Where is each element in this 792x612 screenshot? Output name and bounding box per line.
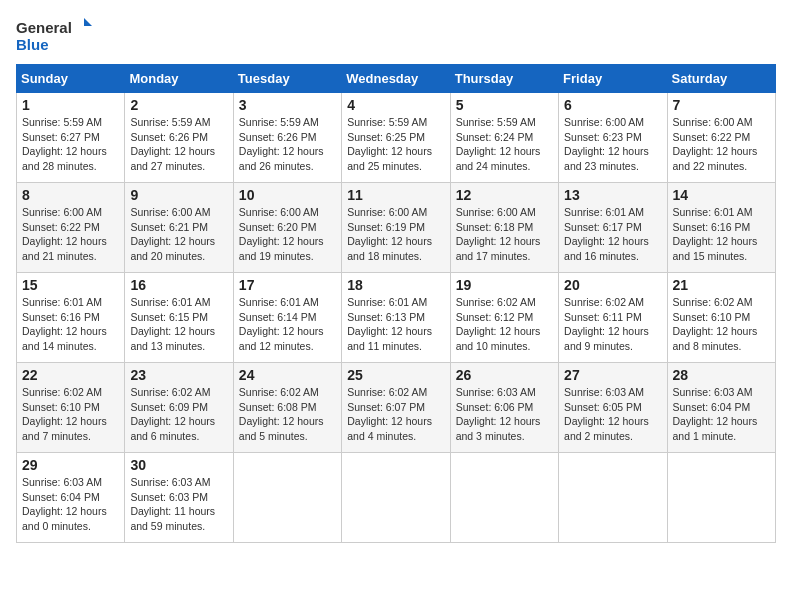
svg-marker-2 [84,18,92,26]
day-number: 30 [130,457,227,473]
day-info: Sunrise: 6:03 AM Sunset: 6:04 PM Dayligh… [22,475,119,534]
calendar-cell [233,453,341,543]
calendar-cell: 15Sunrise: 6:01 AM Sunset: 6:16 PM Dayli… [17,273,125,363]
day-number: 26 [456,367,553,383]
day-info: Sunrise: 6:02 AM Sunset: 6:11 PM Dayligh… [564,295,661,354]
day-number: 22 [22,367,119,383]
calendar-cell: 23Sunrise: 6:02 AM Sunset: 6:09 PM Dayli… [125,363,233,453]
day-info: Sunrise: 6:03 AM Sunset: 6:05 PM Dayligh… [564,385,661,444]
calendar-week-row: 1Sunrise: 5:59 AM Sunset: 6:27 PM Daylig… [17,93,776,183]
day-info: Sunrise: 6:01 AM Sunset: 6:16 PM Dayligh… [673,205,770,264]
day-info: Sunrise: 6:00 AM Sunset: 6:19 PM Dayligh… [347,205,444,264]
calendar-week-row: 15Sunrise: 6:01 AM Sunset: 6:16 PM Dayli… [17,273,776,363]
day-info: Sunrise: 6:01 AM Sunset: 6:15 PM Dayligh… [130,295,227,354]
day-info: Sunrise: 6:02 AM Sunset: 6:12 PM Dayligh… [456,295,553,354]
svg-text:Blue: Blue [16,36,49,53]
calendar-cell: 25Sunrise: 6:02 AM Sunset: 6:07 PM Dayli… [342,363,450,453]
day-number: 27 [564,367,661,383]
day-info: Sunrise: 6:01 AM Sunset: 6:17 PM Dayligh… [564,205,661,264]
day-info: Sunrise: 6:03 AM Sunset: 6:04 PM Dayligh… [673,385,770,444]
day-number: 18 [347,277,444,293]
day-info: Sunrise: 6:03 AM Sunset: 6:06 PM Dayligh… [456,385,553,444]
calendar-cell: 18Sunrise: 6:01 AM Sunset: 6:13 PM Dayli… [342,273,450,363]
day-info: Sunrise: 6:01 AM Sunset: 6:13 PM Dayligh… [347,295,444,354]
calendar-cell [342,453,450,543]
calendar-cell: 3Sunrise: 5:59 AM Sunset: 6:26 PM Daylig… [233,93,341,183]
calendar-cell: 12Sunrise: 6:00 AM Sunset: 6:18 PM Dayli… [450,183,558,273]
calendar-cell: 6Sunrise: 6:00 AM Sunset: 6:23 PM Daylig… [559,93,667,183]
day-number: 24 [239,367,336,383]
calendar-cell: 10Sunrise: 6:00 AM Sunset: 6:20 PM Dayli… [233,183,341,273]
svg-text:General: General [16,19,72,36]
day-info: Sunrise: 5:59 AM Sunset: 6:24 PM Dayligh… [456,115,553,174]
calendar-cell: 7Sunrise: 6:00 AM Sunset: 6:22 PM Daylig… [667,93,775,183]
day-number: 12 [456,187,553,203]
calendar-cell: 20Sunrise: 6:02 AM Sunset: 6:11 PM Dayli… [559,273,667,363]
calendar-cell: 22Sunrise: 6:02 AM Sunset: 6:10 PM Dayli… [17,363,125,453]
day-info: Sunrise: 6:02 AM Sunset: 6:10 PM Dayligh… [673,295,770,354]
day-number: 5 [456,97,553,113]
col-header-saturday: Saturday [667,65,775,93]
day-info: Sunrise: 5:59 AM Sunset: 6:27 PM Dayligh… [22,115,119,174]
day-number: 2 [130,97,227,113]
calendar-header-row: SundayMondayTuesdayWednesdayThursdayFrid… [17,65,776,93]
day-number: 23 [130,367,227,383]
day-info: Sunrise: 6:01 AM Sunset: 6:14 PM Dayligh… [239,295,336,354]
day-info: Sunrise: 5:59 AM Sunset: 6:26 PM Dayligh… [239,115,336,174]
day-info: Sunrise: 6:03 AM Sunset: 6:03 PM Dayligh… [130,475,227,534]
day-number: 8 [22,187,119,203]
calendar-cell: 1Sunrise: 5:59 AM Sunset: 6:27 PM Daylig… [17,93,125,183]
day-info: Sunrise: 6:00 AM Sunset: 6:21 PM Dayligh… [130,205,227,264]
logo: General Blue [16,16,96,56]
day-number: 11 [347,187,444,203]
calendar-cell: 29Sunrise: 6:03 AM Sunset: 6:04 PM Dayli… [17,453,125,543]
calendar-cell [667,453,775,543]
calendar-cell: 24Sunrise: 6:02 AM Sunset: 6:08 PM Dayli… [233,363,341,453]
day-number: 19 [456,277,553,293]
day-number: 16 [130,277,227,293]
day-info: Sunrise: 6:02 AM Sunset: 6:08 PM Dayligh… [239,385,336,444]
day-info: Sunrise: 6:02 AM Sunset: 6:09 PM Dayligh… [130,385,227,444]
day-number: 29 [22,457,119,473]
calendar-cell: 17Sunrise: 6:01 AM Sunset: 6:14 PM Dayli… [233,273,341,363]
day-info: Sunrise: 6:02 AM Sunset: 6:10 PM Dayligh… [22,385,119,444]
day-number: 21 [673,277,770,293]
calendar-cell: 30Sunrise: 6:03 AM Sunset: 6:03 PM Dayli… [125,453,233,543]
calendar-cell: 5Sunrise: 5:59 AM Sunset: 6:24 PM Daylig… [450,93,558,183]
day-number: 13 [564,187,661,203]
calendar-cell: 28Sunrise: 6:03 AM Sunset: 6:04 PM Dayli… [667,363,775,453]
page-header: General Blue [16,16,776,56]
col-header-tuesday: Tuesday [233,65,341,93]
calendar-cell: 14Sunrise: 6:01 AM Sunset: 6:16 PM Dayli… [667,183,775,273]
calendar-body: 1Sunrise: 5:59 AM Sunset: 6:27 PM Daylig… [17,93,776,543]
calendar-cell: 16Sunrise: 6:01 AM Sunset: 6:15 PM Dayli… [125,273,233,363]
day-number: 15 [22,277,119,293]
day-number: 20 [564,277,661,293]
day-number: 3 [239,97,336,113]
day-info: Sunrise: 5:59 AM Sunset: 6:26 PM Dayligh… [130,115,227,174]
calendar-cell: 26Sunrise: 6:03 AM Sunset: 6:06 PM Dayli… [450,363,558,453]
day-number: 28 [673,367,770,383]
calendar-cell: 21Sunrise: 6:02 AM Sunset: 6:10 PM Dayli… [667,273,775,363]
day-info: Sunrise: 6:00 AM Sunset: 6:22 PM Dayligh… [22,205,119,264]
day-info: Sunrise: 6:01 AM Sunset: 6:16 PM Dayligh… [22,295,119,354]
day-number: 9 [130,187,227,203]
col-header-monday: Monday [125,65,233,93]
col-header-sunday: Sunday [17,65,125,93]
day-number: 25 [347,367,444,383]
calendar-cell [450,453,558,543]
day-number: 10 [239,187,336,203]
calendar-cell [559,453,667,543]
day-number: 7 [673,97,770,113]
calendar-cell: 8Sunrise: 6:00 AM Sunset: 6:22 PM Daylig… [17,183,125,273]
day-number: 17 [239,277,336,293]
calendar-cell: 11Sunrise: 6:00 AM Sunset: 6:19 PM Dayli… [342,183,450,273]
day-number: 1 [22,97,119,113]
col-header-friday: Friday [559,65,667,93]
calendar-week-row: 29Sunrise: 6:03 AM Sunset: 6:04 PM Dayli… [17,453,776,543]
col-header-wednesday: Wednesday [342,65,450,93]
calendar-table: SundayMondayTuesdayWednesdayThursdayFrid… [16,64,776,543]
calendar-week-row: 22Sunrise: 6:02 AM Sunset: 6:10 PM Dayli… [17,363,776,453]
day-info: Sunrise: 6:02 AM Sunset: 6:07 PM Dayligh… [347,385,444,444]
day-info: Sunrise: 6:00 AM Sunset: 6:22 PM Dayligh… [673,115,770,174]
